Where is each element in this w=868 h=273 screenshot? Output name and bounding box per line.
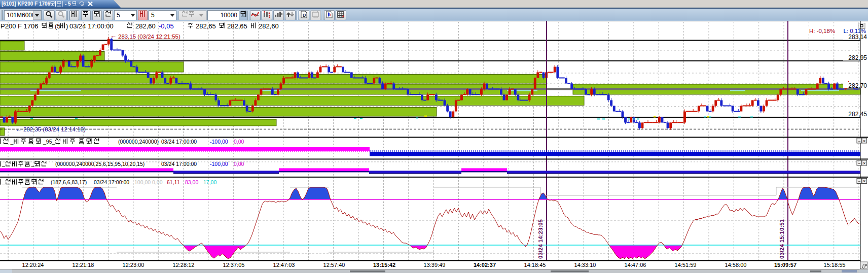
svg-text:12:57:40: 12:57:40 <box>323 262 345 268</box>
svg-text:282,45: 282,45 <box>848 111 867 118</box>
svg-text:282,70: 282,70 <box>848 82 867 89</box>
svg-text:×: × <box>863 179 865 184</box>
svg-text:_: _ <box>10 139 13 145</box>
svg-text:H: -0,18%: H: -0,18% <box>809 28 835 34</box>
svg-text:-0,05: -0,05 <box>159 22 174 30</box>
svg-text:13:39:49: 13:39:49 <box>424 262 446 268</box>
svg-text:03/24 17:00:00: 03/24 17:00:00 <box>161 161 197 167</box>
svg-text:283,15 (03/24 12:21:55): 283,15 (03/24 12:21:55) <box>118 33 180 40</box>
svg-text:283,14: 283,14 <box>848 33 867 41</box>
svg-text:03/24 17:00:00: 03/24 17:00:00 <box>94 179 129 185</box>
svg-text:-100,00: -100,00 <box>210 139 228 145</box>
svg-text:03/24 17:00:00: 03/24 17:00:00 <box>69 22 114 30</box>
svg-text:03/24 15:10:51: 03/24 15:10:51 <box>779 219 785 259</box>
svg-text:282,60: 282,60 <box>259 22 279 30</box>
svg-text:×: × <box>863 139 865 144</box>
svg-text:−: − <box>858 179 860 184</box>
svg-text:61,11: 61,11 <box>167 179 180 185</box>
svg-text:03/24 17:00:00: 03/24 17:00:00 <box>161 139 197 145</box>
svg-text:←: ← <box>15 125 22 133</box>
svg-text:D: D <box>303 13 306 18</box>
svg-text:−: − <box>858 139 860 144</box>
svg-text:83,00: 83,00 <box>185 179 198 185</box>
svg-text:282,95: 282,95 <box>848 54 867 61</box>
svg-text:12:20:24: 12:20:24 <box>22 262 44 268</box>
svg-text:12:37:05: 12:37:05 <box>223 262 245 268</box>
svg-text:14:51:59: 14:51:59 <box>675 262 697 268</box>
svg-text:14:02:37: 14:02:37 <box>474 262 496 268</box>
svg-text:14:47:06: 14:47:06 <box>625 262 646 268</box>
svg-text:15:09:57: 15:09:57 <box>774 262 797 268</box>
svg-text:15:18:55: 15:18:55 <box>824 262 846 268</box>
svg-text:282,35 (03/24 12:14:10): 282,35 (03/24 12:14:10) <box>23 126 86 132</box>
svg-text:17,00: 17,00 <box>203 179 216 185</box>
svg-text:14:33:10: 14:33:10 <box>574 262 596 268</box>
svg-text:12:28:12: 12:28:12 <box>173 262 195 268</box>
svg-text:−: − <box>858 161 860 166</box>
svg-text:(5: (5 <box>55 22 61 30</box>
svg-text:03/24 14:23:05: 03/24 14:23:05 <box>537 219 544 259</box>
svg-text:282,60: 282,60 <box>135 22 156 30</box>
svg-text:12:21:18: 12:21:18 <box>73 262 94 268</box>
svg-text:×: × <box>863 161 865 166</box>
svg-text:(000000,240000): (000000,240000) <box>118 139 159 145</box>
svg-text:_: _ <box>2 179 5 185</box>
svg-text:100,00 0,00: 100,00 0,00 <box>134 179 163 185</box>
svg-text:12:47:03: 12:47:03 <box>273 262 295 268</box>
svg-text:13:15:42: 13:15:42 <box>373 262 395 268</box>
svg-text:14:18:45: 14:18:45 <box>524 262 546 268</box>
svg-text:): ) <box>66 22 68 30</box>
svg-text:282,65: 282,65 <box>227 22 247 30</box>
svg-text:14:58:00: 14:58:00 <box>725 262 747 268</box>
svg-text:_95_: _95_ <box>43 139 55 145</box>
svg-text:12:23:00: 12:23:00 <box>123 262 144 268</box>
svg-text:282,65: 282,65 <box>196 22 216 30</box>
svg-text:P200 F 1706: P200 F 1706 <box>1 22 38 30</box>
svg-text:←: ← <box>110 32 117 40</box>
svg-text:0,00: 0,00 <box>234 139 244 145</box>
svg-text:(187,6,6,83,17): (187,6,6,83,17) <box>51 179 87 185</box>
